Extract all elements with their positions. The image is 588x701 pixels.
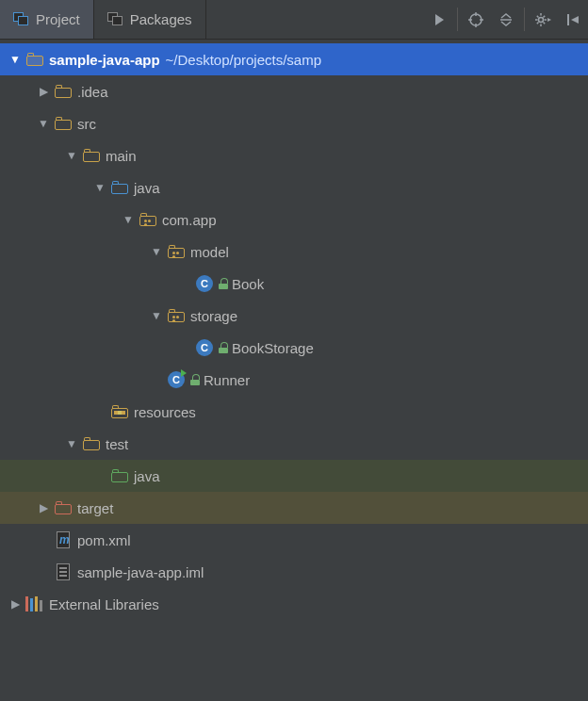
svg-marker-0 (435, 14, 444, 25)
expand-arrow-down-icon[interactable]: ▼ (62, 437, 81, 450)
package-icon (168, 245, 185, 258)
svg-line-15 (544, 15, 546, 17)
tab-project[interactable]: Project (0, 0, 94, 39)
tree-row[interactable]: ▼sample-java-app~/Desktop/projects/samp (0, 43, 588, 75)
scroll-from-source-button[interactable] (424, 0, 454, 39)
class-icon: C (196, 339, 213, 356)
tree-node-label: com.app (162, 212, 217, 228)
project-tab-icon (13, 12, 30, 27)
test-folder-icon (111, 469, 128, 482)
runnable-class-icon: C (168, 371, 185, 388)
source-folder-icon (111, 181, 128, 194)
collapse-all-button[interactable] (491, 0, 521, 39)
tab-project-label: Project (36, 11, 80, 27)
expand-arrow-down-icon[interactable]: ▼ (90, 181, 109, 194)
lock-open-icon (190, 374, 200, 385)
tree-node-label: target (77, 500, 113, 516)
toolbar-separator (524, 8, 525, 31)
tree-node-label: src (77, 116, 96, 132)
tree-node-label: sample-java-app (49, 52, 160, 68)
tree-row[interactable]: ▼test (0, 428, 588, 460)
tree-node-label: BookStorage (232, 340, 314, 356)
hide-button[interactable] (558, 0, 588, 39)
tree-row[interactable]: ▼main (0, 139, 588, 171)
tree-node-label: resources (134, 404, 196, 420)
tree-row[interactable]: ▶.idea (0, 75, 588, 107)
resources-folder-icon (111, 405, 128, 418)
tree-node-label: java (134, 468, 160, 484)
class-icon: C (196, 275, 213, 292)
module-file-icon (57, 563, 70, 580)
tab-packages-label: Packages (130, 11, 192, 27)
svg-point-7 (539, 17, 544, 22)
expand-arrow-down-icon[interactable]: ▼ (147, 309, 166, 322)
svg-line-13 (544, 22, 546, 24)
project-tool-toolbar: Project Packages (0, 0, 588, 40)
tree-row[interactable]: ▼java (0, 171, 588, 204)
tree-node-label: Book (232, 276, 264, 292)
packages-tab-icon (107, 12, 124, 27)
tree-row[interactable]: ▶java (0, 460, 588, 492)
hide-icon (565, 12, 580, 27)
folder-icon (83, 437, 100, 450)
tree-node-label: model (190, 244, 229, 260)
tree-node-label: External Libraries (49, 596, 159, 612)
package-icon (139, 213, 156, 226)
svg-line-14 (537, 22, 539, 24)
tree-node-label: sample-java-app.iml (77, 564, 204, 580)
lock-open-icon (219, 278, 228, 289)
folder-icon (55, 117, 72, 130)
tree-row[interactable]: ▶CRunner (0, 364, 588, 396)
external-libraries-icon (25, 596, 44, 611)
toolbar-separator (457, 8, 458, 31)
tree-row[interactable]: ▶pom.xml (0, 524, 588, 556)
expand-arrow-down-icon[interactable]: ▼ (6, 53, 24, 66)
tree-node-label: storage (190, 308, 237, 324)
autoscroll-button[interactable] (461, 0, 491, 39)
svg-line-12 (537, 15, 539, 17)
folder-icon (83, 149, 100, 162)
expand-arrow-right-icon[interactable]: ▶ (6, 597, 24, 611)
svg-marker-16 (547, 18, 551, 22)
lock-open-icon (219, 342, 228, 353)
tree-node-path: ~/Desktop/projects/samp (166, 52, 322, 68)
tree-row[interactable]: ▶sample-java-app.iml (0, 556, 588, 588)
tree-row[interactable]: ▶CBookStorage (0, 332, 588, 364)
tree-node-label: .idea (77, 84, 108, 100)
tree-row[interactable]: ▶resources (0, 396, 588, 428)
tree-node-label: Runner (204, 372, 250, 388)
expand-arrow-down-icon[interactable]: ▼ (119, 213, 138, 226)
target-icon (468, 12, 483, 27)
collapse-icon (498, 12, 514, 27)
expand-arrow-down-icon[interactable]: ▼ (62, 149, 81, 162)
project-folder-icon (26, 53, 43, 66)
tree-row[interactable]: ▼com.app (0, 204, 588, 236)
gear-icon (534, 12, 551, 27)
maven-file-icon (57, 531, 70, 548)
tree-node-label: main (106, 148, 137, 164)
tree-row[interactable]: ▶External Libraries (0, 588, 588, 620)
tree-row[interactable]: ▼storage (0, 300, 588, 332)
tree-row[interactable]: ▶CBook (0, 268, 588, 300)
project-tree[interactable]: ▼sample-java-app~/Desktop/projects/samp▶… (0, 40, 588, 620)
excluded-folder-icon (55, 501, 72, 514)
svg-marker-18 (571, 16, 579, 24)
tab-packages[interactable]: Packages (94, 0, 206, 39)
tree-row[interactable]: ▼model (0, 236, 588, 268)
tree-row[interactable]: ▶target (0, 492, 588, 524)
tree-node-label: test (106, 436, 128, 452)
expand-arrow-right-icon[interactable]: ▶ (34, 501, 53, 514)
expand-arrow-down-icon[interactable]: ▼ (34, 117, 53, 130)
play-icon (433, 13, 445, 26)
tree-node-label: pom.xml (77, 532, 131, 548)
tree-row[interactable]: ▼src (0, 107, 588, 139)
expand-arrow-right-icon[interactable]: ▶ (34, 85, 53, 98)
settings-button[interactable] (528, 0, 558, 39)
expand-arrow-down-icon[interactable]: ▼ (147, 245, 166, 258)
tree-node-label: java (134, 180, 160, 196)
folder-icon (55, 85, 72, 98)
package-icon (168, 309, 185, 322)
